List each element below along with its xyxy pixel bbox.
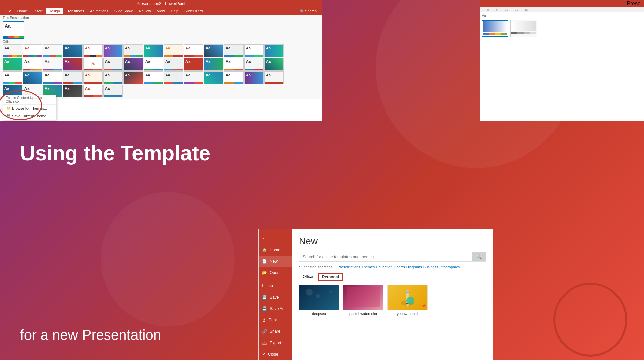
theme-5[interactable]: Aa xyxy=(83,44,103,57)
suggested-diagrams[interactable]: Diagrams xyxy=(406,265,422,269)
theme-r3-3[interactable]: Aa xyxy=(43,71,62,84)
tab-insert[interactable]: Insert xyxy=(31,8,45,14)
suggested-charts[interactable]: Charts xyxy=(394,265,405,269)
filter-personal[interactable]: Personal xyxy=(318,273,343,281)
template-deepsea[interactable]: deepsea xyxy=(299,285,339,316)
theme-r3-12[interactable]: Aa xyxy=(224,71,244,84)
theme-r2-7[interactable]: Aa xyxy=(123,58,143,71)
theme-r3-9[interactable]: Aa xyxy=(164,71,183,84)
design-ribbon: This Presentation Aa Office Aa A xyxy=(0,15,322,99)
sidebar-new[interactable]: 📄 New xyxy=(259,256,292,267)
tab-home[interactable]: Home xyxy=(15,8,30,14)
sidebar-print-label: Print xyxy=(269,318,277,322)
theme-7[interactable]: Aa xyxy=(123,44,143,57)
theme-r3-11[interactable]: Aa xyxy=(204,71,223,84)
sidebar-export[interactable]: 📤 Export xyxy=(259,337,292,349)
filter-office[interactable]: Office xyxy=(299,273,317,281)
theme-r3-7[interactable]: Aa xyxy=(123,71,143,84)
right-theme-2[interactable] xyxy=(510,20,537,37)
sidebar-print[interactable]: 🖨 Print xyxy=(259,314,292,326)
sidebar-open[interactable]: 📂 Open xyxy=(259,267,292,278)
new-panel-sidebar: ← 🏠 Home 📄 New 📂 Open ℹ Info 💾 Save 💾 Sa… xyxy=(259,229,292,360)
theme-r3-4[interactable]: Aa xyxy=(63,71,83,84)
save-theme-item[interactable]: 💾 Save Current Theme... xyxy=(3,112,56,120)
theme-r3-2[interactable]: Aa xyxy=(23,71,42,84)
theme-r3-1[interactable]: Aa xyxy=(3,71,22,84)
theme-r2-13[interactable]: Aa xyxy=(244,58,264,71)
sidebar-save[interactable]: 💾 Save xyxy=(259,291,292,303)
theme-r4-5[interactable]: Aa xyxy=(83,85,103,97)
current-theme[interactable]: Aa xyxy=(3,21,24,39)
theme-6[interactable]: Aa xyxy=(103,44,123,57)
theme-r3-10[interactable]: Aa xyxy=(184,71,203,84)
theme-r2-4[interactable]: Aa xyxy=(63,58,83,71)
variants-label: Va xyxy=(480,12,644,18)
browse-themes-item[interactable]: 📁 Browse for Themes... xyxy=(3,105,56,112)
template-search-button[interactable]: 🔍 xyxy=(472,252,486,261)
theme-1[interactable]: Aa xyxy=(3,44,22,57)
ruler: 8 9 10 11 12 xyxy=(480,7,644,12)
tab-slidelizard[interactable]: SlideLizard xyxy=(182,8,205,14)
template-pastel[interactable]: pastel-watercolor xyxy=(343,285,383,316)
tab-design[interactable]: Design xyxy=(46,8,63,14)
suggested-infographics[interactable]: Infographics xyxy=(439,265,460,269)
template-label-deepsea: deepsea xyxy=(299,312,339,316)
theme-11[interactable]: Aa xyxy=(204,44,223,57)
theme-r3-8[interactable]: Aa xyxy=(144,71,163,84)
theme-r4-4[interactable]: Aa xyxy=(63,85,83,97)
theme-2[interactable]: Aa xyxy=(23,44,42,57)
theme-r2-2[interactable]: Aa xyxy=(23,58,42,71)
theme-r2-11[interactable]: Aa xyxy=(204,58,223,71)
theme-r2-9[interactable]: Aa xyxy=(164,58,183,71)
search-box[interactable]: 🔍 Search xyxy=(297,8,319,14)
theme-r3-14[interactable]: Aa xyxy=(264,71,284,84)
theme-r3-6[interactable]: Aa xyxy=(103,71,123,84)
ribbon: File Home Insert Design Transitions Anim… xyxy=(0,7,322,15)
theme-r4-6[interactable]: Aa xyxy=(103,85,123,97)
save-theme-label: Save Current Theme... xyxy=(12,114,49,118)
sidebar-home[interactable]: 🏠 Home xyxy=(259,244,292,256)
template-search-input[interactable] xyxy=(299,253,472,261)
theme-14[interactable]: Aa xyxy=(264,44,284,57)
template-yellow-pencil[interactable]: yellow-pencil 📌 yellow-p xyxy=(387,285,428,316)
sidebar-divider xyxy=(259,279,292,279)
folder-icon: 📁 xyxy=(6,107,10,110)
theme-r2-5[interactable]: P̄a xyxy=(83,58,103,71)
sidebar-share[interactable]: 🔗 Share xyxy=(259,326,292,337)
right-theme-1[interactable] xyxy=(482,20,508,37)
suggested-themes[interactable]: Themes xyxy=(362,265,375,269)
sidebar-info[interactable]: ℹ Info xyxy=(259,280,292,291)
theme-10[interactable]: Aa xyxy=(184,44,203,57)
theme-r2-8[interactable]: Aa xyxy=(144,58,163,71)
tab-help[interactable]: Help xyxy=(168,8,181,14)
suggested-education[interactable]: Education xyxy=(376,265,392,269)
theme-4[interactable]: Aa xyxy=(63,44,83,57)
sidebar-back[interactable]: ← xyxy=(259,232,292,244)
theme-r2-6[interactable]: Aa xyxy=(103,58,123,71)
template-thumb-pastel xyxy=(343,285,383,310)
theme-r2-3[interactable]: Aa xyxy=(43,58,62,71)
theme-9[interactable]: Aa xyxy=(164,44,183,57)
theme-13[interactable]: Aa xyxy=(244,44,264,57)
theme-r2-12[interactable]: Aa xyxy=(224,58,244,71)
theme-r3-13[interactable]: Aa xyxy=(244,71,264,84)
suggested-presentations[interactable]: Presentations xyxy=(337,265,360,269)
theme-r2-1[interactable]: Aa xyxy=(3,58,22,71)
theme-8[interactable]: Aa xyxy=(144,44,163,57)
save-as-icon: 💾 xyxy=(262,306,267,311)
theme-3[interactable]: Aa xyxy=(43,44,62,57)
theme-r3-5[interactable]: Aa xyxy=(83,71,103,84)
sidebar-save-as[interactable]: 💾 Save As xyxy=(259,303,292,314)
tab-animations[interactable]: Animations xyxy=(87,8,111,14)
tab-file[interactable]: File xyxy=(3,8,14,14)
tab-slideshow[interactable]: Slide Show xyxy=(112,8,136,14)
sidebar-close[interactable]: ✕ Close xyxy=(259,349,292,360)
tab-view[interactable]: View xyxy=(154,8,168,14)
tab-transitions[interactable]: Transitions xyxy=(63,8,87,14)
print-icon: 🖨 xyxy=(262,318,266,322)
theme-r2-14[interactable]: Aa xyxy=(264,58,284,71)
theme-12[interactable]: Aa xyxy=(224,44,244,57)
tab-review[interactable]: Review xyxy=(136,8,154,14)
theme-r2-10[interactable]: Aa xyxy=(184,58,203,71)
suggested-business[interactable]: Business xyxy=(423,265,438,269)
